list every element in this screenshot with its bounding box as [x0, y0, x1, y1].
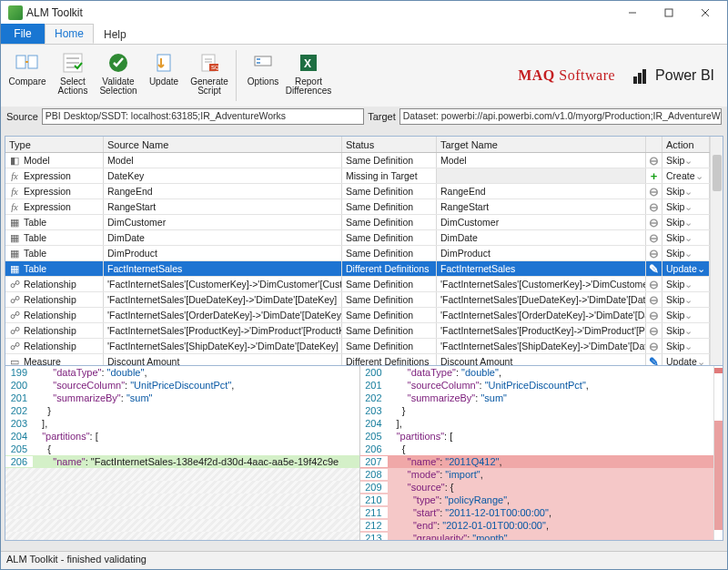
report-differences-button[interactable]: X Report Differences — [286, 46, 331, 96]
status-text: ALM Toolkit - finished validating — [6, 554, 147, 565]
status-bar: ALM Toolkit - finished validating — [1, 551, 727, 569]
grid-row[interactable]: ▦TableDimCustomerSame DefinitionDimCusto… — [5, 215, 710, 230]
comparison-grid[interactable]: Type Source Name Status Target Name Acti… — [5, 136, 723, 366]
title-bar: ALM Toolkit — [1, 1, 727, 25]
minimize-button[interactable] — [614, 1, 651, 25]
svg-rect-18 — [255, 56, 271, 66]
grid-row[interactable]: ☍Relationship'FactInternetSales'[Custome… — [5, 277, 710, 292]
app-icon — [8, 5, 23, 20]
grid-row[interactable]: ▦TableDimDateSame DefinitionDimDate⊖Skip… — [5, 230, 710, 246]
connection-bar: Source PBI Desktop/SSDT: localhost:63185… — [1, 107, 727, 127]
col-source-name[interactable]: Source Name — [104, 137, 342, 152]
ribbon: Compare Select Actions Validate Selectio… — [1, 45, 727, 107]
close-button[interactable] — [687, 1, 723, 25]
menu-help[interactable]: Help — [94, 24, 136, 44]
grid-row[interactable]: ☍Relationship'FactInternetSales'[ShipDat… — [5, 339, 710, 354]
svg-rect-20 — [257, 62, 260, 64]
excel-icon: X — [296, 50, 321, 76]
script-icon: SQL — [197, 50, 222, 76]
grid-row[interactable]: ◧ModelModelSame DefinitionModel⊖Skip ⌄ — [5, 153, 710, 168]
compare-button[interactable]: Compare — [5, 46, 50, 87]
menu-bar: File Home Help — [1, 25, 727, 45]
maximize-button[interactable] — [651, 1, 687, 25]
source-field[interactable]: PBI Desktop/SSDT: localhost:63185;IR_Adv… — [42, 108, 364, 125]
diff-source-pane[interactable]: 199 "dataType": "double",200 "sourceColu… — [5, 366, 360, 540]
grid-row[interactable]: ▭MeasureDiscount AmountDifferent Definit… — [5, 354, 710, 365]
grid-header: Type Source Name Status Target Name Acti… — [5, 137, 710, 153]
svg-rect-12 — [157, 55, 170, 71]
brand-area: MAQ Software Power BI — [518, 46, 723, 105]
diff-target-pane[interactable]: 200 "dataType": "double",201 "sourceColu… — [360, 366, 714, 540]
grid-row[interactable]: fxExpressionDateKeyMissing in Target+Cre… — [5, 168, 710, 184]
col-target-name[interactable]: Target Name — [437, 137, 646, 152]
grid-row[interactable]: ▦TableDimProductSame DefinitionDimProduc… — [5, 246, 710, 261]
list-check-icon — [60, 50, 86, 76]
grid-row[interactable]: ▦TableFactInternetSalesDifferent Definit… — [5, 261, 710, 277]
validate-icon — [106, 50, 131, 76]
col-action[interactable]: Action — [662, 137, 710, 152]
menu-file[interactable]: File — [1, 24, 45, 44]
grid-row[interactable]: ☍Relationship'FactInternetSales'[DueDate… — [5, 292, 710, 308]
compare-icon — [15, 50, 40, 76]
svg-rect-19 — [257, 58, 260, 60]
select-actions-button[interactable]: Select Actions — [50, 46, 96, 96]
svg-rect-5 — [28, 56, 37, 68]
target-field[interactable]: Dataset: powerbi://api.powerbi.com/v1.0/… — [399, 108, 722, 125]
maq-logo: MAQ Software — [518, 67, 615, 84]
svg-text:X: X — [304, 57, 311, 70]
grid-row[interactable]: fxExpressionRangeEndSame DefinitionRange… — [5, 184, 710, 199]
update-button[interactable]: Update — [141, 46, 187, 87]
svg-rect-4 — [16, 56, 25, 68]
col-status[interactable]: Status — [342, 137, 437, 152]
svg-rect-1 — [665, 9, 672, 16]
menu-home[interactable]: Home — [45, 24, 94, 44]
diff-viewer: 199 "dataType": "double",200 "sourceColu… — [5, 366, 723, 541]
grid-row[interactable]: ☍Relationship'FactInternetSales'[OrderDa… — [5, 308, 710, 323]
generate-script-button[interactable]: SQL Generate Script — [187, 46, 232, 96]
window-title: ALM Toolkit — [26, 6, 614, 19]
options-button[interactable]: Options — [240, 46, 286, 87]
grid-row[interactable]: ☍Relationship'FactInternetSales'[Product… — [5, 323, 710, 339]
grid-row[interactable]: fxExpressionRangeStartSame DefinitionRan… — [5, 199, 710, 215]
validate-selection-button[interactable]: Validate Selection — [96, 46, 141, 96]
grid-scrollbar[interactable] — [710, 137, 723, 365]
source-label: Source — [6, 111, 38, 122]
col-type[interactable]: Type — [5, 137, 104, 152]
diff-overview-strip[interactable] — [713, 366, 723, 540]
svg-text:SQL: SQL — [211, 65, 219, 70]
target-label: Target — [368, 111, 396, 122]
powerbi-logo: Power BI — [633, 67, 714, 84]
update-icon — [151, 50, 177, 76]
options-icon — [250, 50, 276, 76]
powerbi-icon — [633, 67, 650, 84]
